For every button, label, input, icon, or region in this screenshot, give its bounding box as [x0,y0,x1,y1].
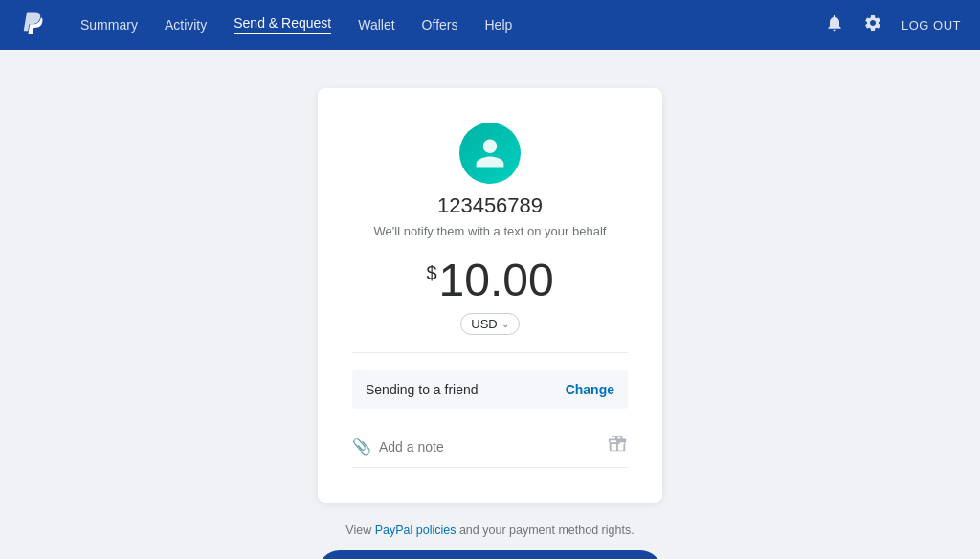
nav-summary[interactable]: Summary [80,17,138,33]
note-input[interactable] [379,439,599,455]
bell-icon [825,13,844,33]
gear-icon [863,13,882,33]
paypal-policies-link[interactable]: PayPal policies [375,524,457,537]
change-button[interactable]: Change [566,382,614,397]
currency-code: USD [471,317,497,331]
currency-symbol: $ [426,263,436,282]
nav-help[interactable]: Help [484,17,512,33]
chevron-down-icon: ⌄ [501,319,509,329]
notification-bell-button[interactable] [825,13,844,37]
paypal-logo [19,10,46,40]
amount-value: 10.00 [439,257,554,303]
person-icon [473,136,507,170]
gift-icon[interactable] [607,434,628,459]
footer-suffix: and your payment method rights. [456,524,634,537]
recipient-section: 123456789 We'll notify them with a text … [352,123,628,238]
recipient-name: 123456789 [437,193,543,218]
send-type-label: Sending to a friend [366,382,479,397]
footer-prefix: View [345,524,374,537]
payment-card: 123456789 We'll notify them with a text … [318,88,662,503]
navigation: Summary Activity Send & Request Wallet O… [0,0,980,50]
nav-icons-group: LOG OUT [825,13,961,37]
gift-svg [607,434,628,455]
footer-text: View PayPal policies and your payment me… [345,524,634,537]
nav-activity[interactable]: Activity [165,17,207,33]
settings-gear-button[interactable] [863,13,882,37]
paperclip-icon: 📎 [352,437,371,456]
notify-text: We'll notify them with a text on your be… [374,224,607,238]
recipient-avatar [459,123,521,184]
note-row: 📎 [352,426,628,468]
nav-offers[interactable]: Offers [422,17,458,33]
send-type-row: Sending to a friend Change [352,370,628,409]
main-content: 123456789 We'll notify them with a text … [0,50,980,559]
divider-top [352,352,628,353]
logout-button[interactable]: LOG OUT [902,18,961,33]
amount-display: $ 10.00 [426,257,553,303]
nav-send-request[interactable]: Send & Request [234,15,331,34]
continue-button[interactable]: Continue [318,550,662,559]
nav-wallet[interactable]: Wallet [358,17,394,33]
currency-selector[interactable]: USD ⌄ [460,313,519,335]
amount-section: $ 10.00 USD ⌄ [352,257,628,335]
